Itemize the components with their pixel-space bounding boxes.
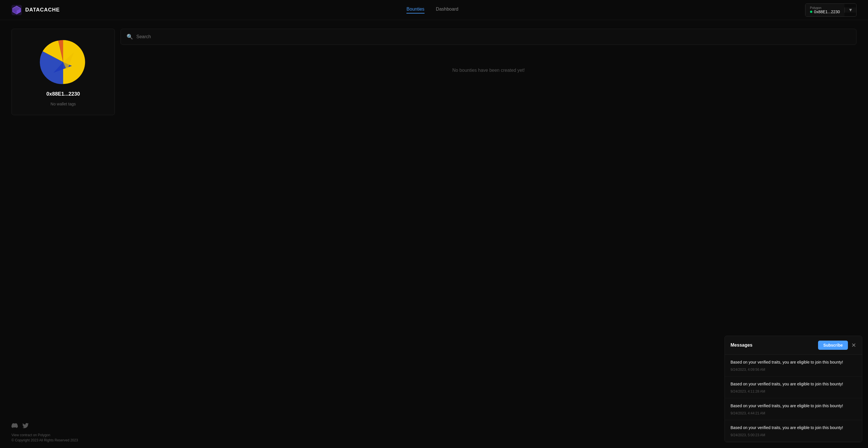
contract-link[interactable]: View contract on Polygon xyxy=(11,433,78,437)
wallet-selector[interactable]: Polygon 0x88E1...2230 ▼ xyxy=(805,3,857,17)
profile-address: 0x88E1...2230 xyxy=(46,91,80,97)
discord-icon[interactable] xyxy=(11,422,18,430)
wallet-status-dot xyxy=(810,11,812,13)
twitter-icon[interactable] xyxy=(22,422,29,430)
empty-state-message: No bounties have been created yet! xyxy=(121,51,857,90)
copyright: © Copyright 2023 All Rights Reserved 202… xyxy=(11,438,78,442)
avatar xyxy=(39,38,88,86)
message-text: Based on your verified traits, you are e… xyxy=(731,403,856,409)
message-text: Based on your verified traits, you are e… xyxy=(731,381,856,387)
header: DATACACHE Bounties Dashboard Polygon 0x8… xyxy=(0,0,868,20)
wallet-chevron-icon[interactable]: ▼ xyxy=(844,7,856,12)
logo-area: DATACACHE xyxy=(11,5,60,15)
message-time: 9/24/2023, 4:44:21 AM xyxy=(731,411,856,415)
footer-social-icons xyxy=(11,422,78,430)
message-item[interactable]: Based on your verified traits, you are e… xyxy=(725,377,862,398)
messages-header: Messages Subscribe ✕ xyxy=(725,336,862,355)
footer-links: View contract on Polygon © Copyright 202… xyxy=(11,433,78,442)
messages-list: Based on your verified traits, you are e… xyxy=(725,355,862,442)
search-icon: 🔍 xyxy=(127,34,133,40)
message-text: Based on your verified traits, you are e… xyxy=(731,359,856,365)
profile-card: 0x88E1...2230 No wallet tags xyxy=(11,29,115,115)
subscribe-button[interactable]: Subscribe xyxy=(818,340,848,350)
wallet-address: 0x88E1...2230 xyxy=(810,9,840,14)
search-input[interactable] xyxy=(136,34,850,39)
nav-bounties[interactable]: Bounties xyxy=(406,7,424,13)
message-item[interactable]: Based on your verified traits, you are e… xyxy=(725,398,862,420)
main-nav: Bounties Dashboard xyxy=(406,7,458,13)
app-title: DATACACHE xyxy=(25,7,60,13)
close-messages-button[interactable]: ✕ xyxy=(851,342,856,348)
message-time: 9/24/2023, 4:11:28 AM xyxy=(731,389,856,393)
message-item[interactable]: Based on your verified traits, you are e… xyxy=(725,420,862,442)
message-text: Based on your verified traits, you are e… xyxy=(731,425,856,431)
messages-actions: Subscribe ✕ xyxy=(818,340,856,350)
message-item[interactable]: Based on your verified traits, you are e… xyxy=(725,355,862,377)
search-container: 🔍 xyxy=(121,29,857,45)
messages-panel: Messages Subscribe ✕ Based on your verif… xyxy=(724,336,862,442)
message-time: 9/24/2023, 5:00:23 AM xyxy=(731,433,856,437)
sidebar: 0x88E1...2230 No wallet tags xyxy=(11,29,115,439)
wallet-network: Polygon xyxy=(810,6,840,9)
message-time: 9/24/2023, 4:09:56 AM xyxy=(731,367,856,371)
profile-pie-chart xyxy=(39,38,88,86)
nav-dashboard[interactable]: Dashboard xyxy=(436,7,458,13)
profile-tags: No wallet tags xyxy=(51,102,76,106)
messages-title: Messages xyxy=(731,342,753,348)
footer: View contract on Polygon © Copyright 202… xyxy=(0,417,90,448)
logo-icon xyxy=(11,5,22,15)
wallet-info: Polygon 0x88E1...2230 xyxy=(805,4,844,17)
